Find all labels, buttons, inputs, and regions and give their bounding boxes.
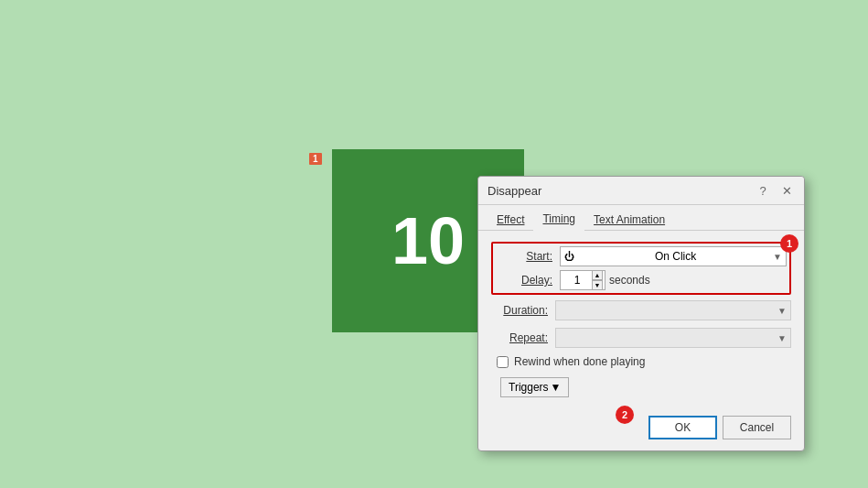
start-dropdown[interactable]: ⏻ On Click ▼ [560,246,787,266]
dialog-controls: ? ✕ [755,182,795,199]
dialog-titlebar: Disappear ? ✕ [478,177,804,205]
duration-dropdown[interactable]: ▼ [555,300,791,320]
ok-button[interactable]: OK [648,416,717,439]
start-row: Start: ⏻ On Click ▼ [496,246,787,266]
duration-label: Duration: [491,304,555,317]
dialog-footer: 2 OK Cancel [478,408,804,450]
tab-text-animation[interactable]: Text Animation [584,209,674,230]
dialog-close-button[interactable]: ✕ [778,182,795,199]
disappear-dialog: Disappear ? ✕ Effect Timing Text Animati… [477,176,805,451]
delay-row: Delay: ▲ ▼ seconds [496,270,787,290]
delay-label: Delay: [496,274,560,287]
duration-row: Duration: ▼ [491,300,791,320]
spinner-down[interactable]: ▼ [592,280,603,290]
rewind-label: Rewind when done playing [514,355,645,368]
rewind-checkbox[interactable] [497,356,509,368]
duration-arrow: ▼ [777,306,787,316]
dialog-body: Start: ⏻ On Click ▼ Delay: ▲ [478,231,804,408]
start-label: Start: [496,250,560,263]
cancel-button[interactable]: Cancel [723,416,791,439]
highlight-container: Start: ⏻ On Click ▼ Delay: ▲ [491,242,791,295]
badge-2: 2 [616,406,634,424]
dialog-title: Disappear [488,184,541,198]
triggers-button[interactable]: Triggers ▼ [500,377,569,397]
badge-1: 1 [780,234,798,253]
tab-timing[interactable]: Timing [533,209,584,231]
rewind-row: Rewind when done playing [491,355,791,368]
triggers-label: Triggers [509,381,549,394]
highlight-box: Start: ⏻ On Click ▼ Delay: ▲ [491,242,791,295]
tab-effect[interactable]: Effect [488,209,533,230]
dialog-tabs: Effect Timing Text Animation [478,205,804,231]
repeat-dropdown[interactable]: ▼ [555,328,791,348]
seconds-label: seconds [609,274,650,287]
start-value: On Click [655,250,696,263]
repeat-label: Repeat: [491,331,555,344]
delay-spinner: ▲ ▼ [560,270,605,290]
repeat-row: Repeat: ▼ [491,328,791,348]
start-icon: ⏻ [564,251,574,262]
spinner-arrows: ▲ ▼ [592,270,603,290]
triggers-container: Triggers ▼ [491,377,791,397]
triggers-arrow: ▼ [551,381,562,394]
spinner-up[interactable]: ▲ [592,270,603,280]
start-dropdown-arrow: ▼ [773,252,782,262]
repeat-arrow: ▼ [777,333,787,343]
dialog-help-button[interactable]: ? [755,182,771,199]
slide-number-badge: 1 [309,153,322,165]
delay-input[interactable] [563,274,592,287]
delay-input-group: ▲ ▼ seconds [560,270,650,290]
